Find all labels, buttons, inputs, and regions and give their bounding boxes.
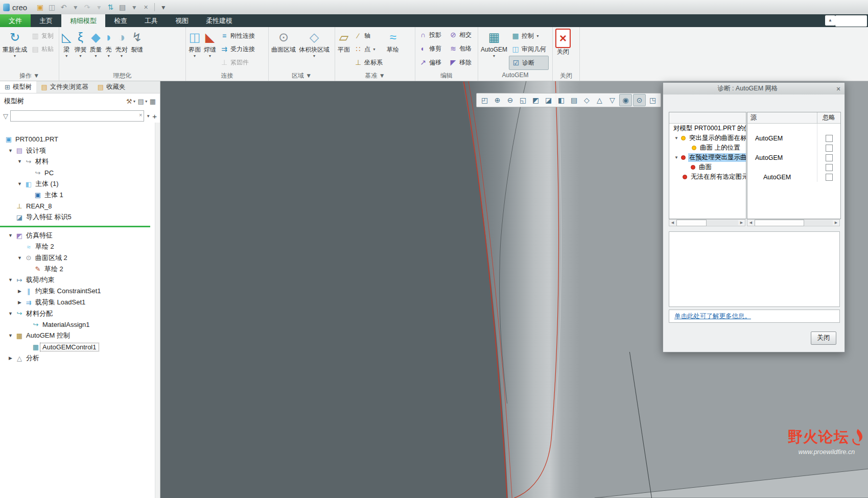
ribbon-button[interactable]: ↗ 偏移 [416,56,447,69]
diagnostic-row[interactable]: ▼ 在预处理突出显示曲面 [669,153,746,162]
qat-button[interactable]: ▤ [116,2,128,13]
tree-row[interactable]: ▶ △ 分析 [0,352,155,364]
ribbon-button[interactable]: ◗ 壳 ▼ [103,28,114,59]
ribbon-button[interactable]: ⊙ 曲面区域 [270,28,297,54]
expand-arrow-icon[interactable]: ▼ [6,277,15,282]
expand-arrow-icon[interactable]: ▼ [6,148,15,153]
expand-arrow-icon[interactable]: ▶ [6,355,15,361]
ribbon-button[interactable]: ⊘ 相交 [447,28,477,41]
viewport-tool-button[interactable]: ◩ [530,94,542,106]
qat-button[interactable]: ▾ [69,2,81,13]
tree-row[interactable]: ▼ ↪ 材料分配 [0,308,155,319]
viewport-tool-button[interactable]: ◇ [581,94,593,106]
diagnostic-row[interactable]: ▼ 突出显示的曲面在标识 [669,133,746,143]
ribbon-button[interactable]: ⊥ 紧固件 [218,56,257,69]
command-search-input[interactable] [835,15,867,27]
expand-arrow-icon[interactable]: ▶ [15,300,24,305]
columns-pane-hscrollbar[interactable]: ◀▶ [747,219,840,226]
qat-button[interactable]: ↷ [81,2,93,13]
ribbon-button[interactable]: ⇉ 受力连接 [218,42,257,56]
viewport-tool-button[interactable]: ◧ [555,94,567,106]
tree-row[interactable]: ≈ 草绘 2 [0,241,155,252]
tree-row[interactable]: ▼ ⊙ 曲面区域 2 [0,252,155,264]
ignore-checkbox[interactable] [826,145,833,152]
expand-arrow-icon[interactable]: ▼ [15,181,24,186]
source-column-header[interactable]: 源 [747,113,817,122]
tree-row[interactable]: ⊥ REAR_8 [0,201,155,212]
ignore-checkbox[interactable] [826,164,833,171]
expand-arrow-icon[interactable]: ▼ [6,333,15,338]
dialog-close-icon[interactable]: × [832,85,844,93]
expand-arrow-icon[interactable]: ▼ [15,255,24,260]
tree-row[interactable]: ↪ MaterialAssign1 [0,319,155,330]
diagnostic-row[interactable]: 对模型 PRT0001.PRT 的仿 [669,124,746,133]
expand-arrow-icon[interactable]: ▼ [6,233,15,238]
ribbon-button[interactable]: ◇ 体积块区域 ▼ [297,28,331,59]
qat-button[interactable]: ▣ [34,2,46,13]
ribbon-button[interactable]: ⊥ 坐标系 [351,56,385,69]
viewport-tool-button[interactable]: ⊖ [504,94,516,106]
tree-row[interactable]: ▼ ↪ 材料 [0,156,155,168]
tree-filters-button[interactable]: ▤▼ [137,98,148,105]
ribbon-button[interactable]: ∕ 轴 [351,29,385,42]
tree-scrollbar[interactable] [155,123,160,498]
tree-row[interactable]: ▼ ▦ AutoGEM 控制 [0,330,155,342]
ignore-checkbox[interactable] [826,174,833,181]
ribbon-button[interactable]: ≋ 包络 [447,42,477,55]
navigator-tab[interactable]: ▤ 文件夹浏览器 [36,81,92,93]
search-options-arrow[interactable]: ▼ [146,114,150,118]
viewport-tool-button[interactable]: △ [594,94,605,106]
viewport-tool-button[interactable]: ◳ [647,94,659,106]
expand-add-icon[interactable]: + [152,112,157,121]
tree-row[interactable]: ▼ ◩ 仿真特征 [0,230,155,241]
ribbon-button[interactable]: ◣ 焊缝 ▼ [202,28,218,59]
diagnostic-row[interactable]: 曲面 上的位置 [669,143,746,153]
expand-arrow-icon[interactable]: ▼ [6,311,15,316]
tree-row[interactable]: ▶ ∥ 约束集 ConstraintSet1 [0,286,155,297]
tree-pane-hscrollbar[interactable]: ◀▶ [669,219,745,226]
ribbon-tab[interactable]: 柔性建模 [197,14,241,27]
ribbon-button[interactable]: ▤ 粘贴 [29,42,56,56]
tree-search-input[interactable]: × [10,110,144,122]
tree-row[interactable]: ↪ PC [0,167,155,178]
expand-arrow-icon[interactable]: ▼ [674,155,681,160]
ribbon-button[interactable]: ↯ 裂缝 [129,28,145,54]
qat-button[interactable]: ⇅ [105,2,116,13]
ribbon-button[interactable]: ∩ 投影 [416,28,447,41]
viewport-tool-button[interactable]: ⊙ [633,94,646,106]
tree-row[interactable]: ✎ 草绘 2 [0,264,155,275]
qat-button[interactable]: ▾ [128,2,140,13]
ignore-checkbox[interactable] [826,135,833,142]
ribbon-button[interactable]: × 关闭 [554,28,572,56]
viewport-tool-button[interactable]: ◉ [619,94,632,106]
viewport-tool-button[interactable]: ◰ [479,94,490,106]
ribbon-button[interactable]: ξ 弹簧 ▼ [73,28,88,59]
dialog-close-button[interactable]: 关闭 [811,331,836,345]
ribbon-button[interactable]: ↻ 重新生成 ▼ [1,28,29,59]
tree-row[interactable]: ◪ 导入特征 标识5 [0,212,155,223]
tree-row[interactable]: ▼ ◧ 主体 (1) [0,178,155,189]
ribbon-tab[interactable]: 主页 [31,14,61,27]
diagnostic-row[interactable]: 曲面 [669,162,746,172]
ribbon-tab[interactable]: 精细模型 [61,14,105,27]
more-info-link[interactable]: 单击此处可了解更多信息。 [674,312,751,321]
ribbon-button[interactable]: ≡ 刚性连接 [218,29,257,42]
ribbon-tab[interactable]: 文件 [0,14,31,27]
ribbon-button[interactable]: ≈ 草绘 [385,28,401,54]
tree-row[interactable]: ▣ 主体 1 [0,189,155,201]
expand-arrow-icon[interactable]: ▶ [15,289,24,294]
qat-button[interactable]: × [140,2,152,13]
tree-row[interactable] [0,223,155,230]
ribbon-button[interactable]: ☑ 诊断 [509,56,549,70]
navigator-tab[interactable]: ▤ 收藏夹 [93,81,130,93]
ribbon-tab[interactable]: 检查 [105,14,136,27]
tree-columns-button[interactable]: ▦ [150,98,156,105]
ribbon-group-label[interactable]: 基准 ▼ [335,72,415,81]
ribbon-tab[interactable]: 视图 [167,14,197,27]
ribbon-group-label[interactable]: 区域 ▼ [269,72,335,81]
tree-row[interactable]: ▼ ▤ 设计项 [0,145,155,156]
ribbon-button[interactable]: ▱ 平面 [336,28,351,54]
tree-row[interactable]: ▦ AutoGEMControl1 [0,341,155,352]
qat-button[interactable]: ◫ [46,2,58,13]
tree-row[interactable]: ▣ PRT0001.PRT [0,134,155,145]
